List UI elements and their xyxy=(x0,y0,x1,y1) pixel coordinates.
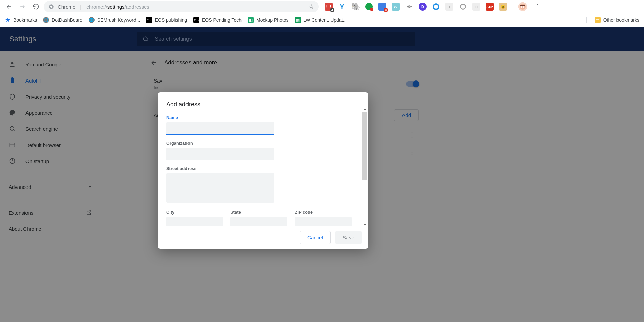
chrome-icon xyxy=(48,4,54,10)
svg-point-5 xyxy=(521,6,522,8)
extension-icon[interactable]: ✒ xyxy=(405,3,413,11)
globe-icon: 🌐 xyxy=(89,17,95,23)
extension-icon[interactable]: 9d xyxy=(392,3,400,11)
dialog-scrollbar[interactable]: ▲ ▼ xyxy=(362,112,368,226)
bookmark-item[interactable]: ★ Bookmarks xyxy=(5,17,37,23)
extension-icon[interactable]: 🙂 xyxy=(499,3,507,11)
globe-icon: 🌐 xyxy=(43,17,49,23)
star-icon: ★ xyxy=(5,17,11,23)
omnibox-url: chrome://settings/addresses xyxy=(86,4,149,10)
field-label: City xyxy=(166,210,223,215)
settings-page: Settings You and Google Autofill Privacy… xyxy=(0,27,644,322)
dialog-title: Add address xyxy=(166,101,360,108)
bookmark-item[interactable]: Eos EOS publishing xyxy=(146,17,187,23)
favicon-icon: Eos xyxy=(193,17,199,23)
bookmarks-bar: ★ Bookmarks 🌐 DotDashBoard 🌐 SEMrush Key… xyxy=(0,13,644,27)
bookmark-label: LW Content, Updat... xyxy=(304,17,347,23)
other-bookmarks-label: Other bookmarks xyxy=(603,17,639,23)
field-name: Name xyxy=(166,115,352,135)
bookmark-item[interactable]: 🌐 DotDashBoard xyxy=(43,17,83,23)
dialog-fields: Name Organization Street address City xyxy=(166,115,360,226)
svg-rect-4 xyxy=(520,5,525,6)
chrome-menu-button[interactable]: ⋮ xyxy=(532,3,542,10)
dialog-footer: Cancel Save xyxy=(158,226,368,249)
add-address-dialog: Add address Name Organization Street add… xyxy=(158,92,368,249)
back-button[interactable] xyxy=(3,1,15,12)
arrow-left-icon xyxy=(6,3,12,10)
bookmark-item[interactable]: 🌐 SEMrush Keyword... xyxy=(89,17,140,23)
extension-icon[interactable]: D xyxy=(419,3,427,11)
favicon-icon: ◧ xyxy=(248,17,254,23)
field-street: Street address xyxy=(166,166,352,204)
bookmark-item[interactable]: ◧ Mockup Photos xyxy=(248,17,289,23)
zip-input[interactable] xyxy=(295,217,352,226)
bookmark-item[interactable]: ▦ LW Content, Updat... xyxy=(295,17,347,23)
field-label: Name xyxy=(166,115,352,120)
evernote-icon[interactable]: 🐘 xyxy=(352,3,360,11)
forward-button[interactable] xyxy=(17,1,28,12)
svg-point-1 xyxy=(50,6,52,8)
field-label: ZIP code xyxy=(295,210,352,215)
bookmark-item[interactable]: Eos EOS Pending Tech xyxy=(193,17,241,23)
favicon-icon: Eos xyxy=(146,17,152,23)
svg-point-6 xyxy=(523,6,524,8)
omnibox-divider: | xyxy=(79,4,83,10)
extension-icon[interactable]: □ xyxy=(472,3,480,11)
save-button[interactable]: Save xyxy=(335,231,362,244)
field-row-city-state-zip: City State ZIP code xyxy=(166,210,352,226)
field-organization: Organization xyxy=(166,141,352,160)
bookmark-label: DotDashBoard xyxy=(52,17,83,23)
reload-button[interactable] xyxy=(30,1,42,12)
organization-input[interactable] xyxy=(166,148,274,160)
extension-icons: ⋮⋮4 Y 🐘 3 9d ✒ D + □ ABP 🙂 ⋮ xyxy=(325,2,542,11)
bookmark-label: SEMrush Keyword... xyxy=(97,17,140,23)
bookmark-star-icon[interactable]: ☆ xyxy=(309,3,314,10)
name-input[interactable] xyxy=(166,122,274,135)
city-input[interactable] xyxy=(166,217,223,226)
omnibox-scheme: Chrome xyxy=(58,4,75,10)
field-label: Street address xyxy=(166,166,352,171)
bookmark-label: Bookmarks xyxy=(13,17,37,23)
extension-icon[interactable]: 3 xyxy=(378,3,386,11)
extension-icon[interactable]: ⋮⋮4 xyxy=(325,3,333,11)
scroll-thumb[interactable] xyxy=(362,112,367,180)
bookmark-label: EOS publishing xyxy=(155,17,187,23)
toolbar-divider xyxy=(513,3,513,11)
extension-icon[interactable] xyxy=(432,3,440,11)
browser-toolbar: Chrome | chrome://settings/addresses ☆ ⋮… xyxy=(0,0,644,13)
extension-icon[interactable] xyxy=(365,3,373,11)
toolbar-divider xyxy=(586,17,587,23)
other-bookmarks[interactable]: 🗀 Other bookmarks xyxy=(595,17,639,23)
street-input[interactable] xyxy=(166,173,274,203)
sheets-icon: ▦ xyxy=(295,17,301,23)
cancel-button[interactable]: Cancel xyxy=(300,231,331,244)
extension-icon[interactable]: Y xyxy=(338,3,346,11)
field-label: State xyxy=(230,210,287,215)
field-label: Organization xyxy=(166,141,352,146)
state-input[interactable] xyxy=(230,217,287,226)
scroll-up-icon: ▲ xyxy=(363,107,367,111)
svg-point-3 xyxy=(520,4,526,10)
scroll-down-icon: ▼ xyxy=(363,223,367,227)
arrow-right-icon xyxy=(19,3,26,10)
profile-avatar[interactable] xyxy=(518,2,527,11)
folder-icon: 🗀 xyxy=(595,17,601,23)
reload-icon xyxy=(33,3,39,10)
omnibox[interactable]: Chrome | chrome://settings/addresses ☆ xyxy=(44,1,319,12)
bookmark-label: EOS Pending Tech xyxy=(202,17,241,23)
extension-icon[interactable] xyxy=(459,3,467,11)
bookmark-label: Mockup Photos xyxy=(256,17,289,23)
extension-icon[interactable]: + xyxy=(445,3,453,11)
adblock-icon[interactable]: ABP xyxy=(486,3,494,11)
